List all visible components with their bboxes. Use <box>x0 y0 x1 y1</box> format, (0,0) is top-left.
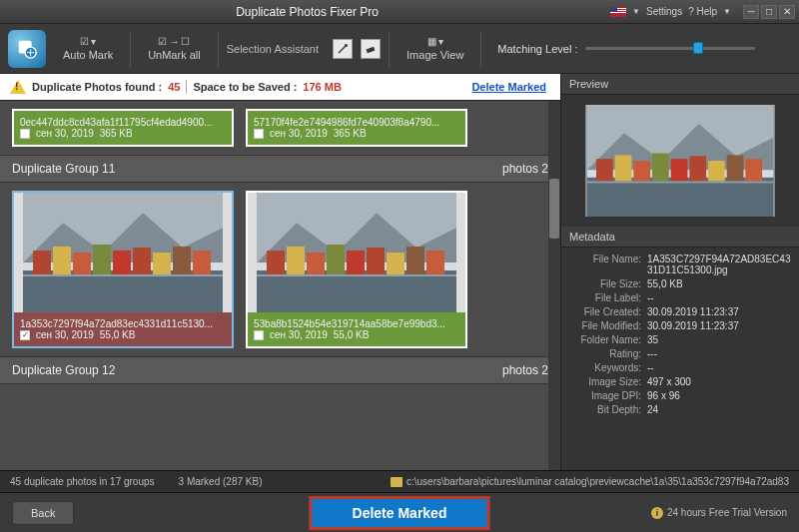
card-checkbox[interactable] <box>254 330 264 340</box>
eraser-icon[interactable] <box>361 39 381 59</box>
card-info-strip: 0ec447ddc8cd43afa1f11795cf4edad4900...се… <box>14 111 232 145</box>
meta-value: 497 x 300 <box>647 376 793 387</box>
meta-row: File Name:1A353C7297F94A72AD83EC4331D11C… <box>567 252 793 276</box>
metadata-header: Metadata <box>561 227 799 248</box>
meta-row: File Size:55,0 KB <box>567 276 793 290</box>
delete-marked-link[interactable]: Delete Marked <box>471 81 546 93</box>
photo-card[interactable]: 53ba8b1524b54e319714aa58be7e99bd3...сен … <box>246 191 467 348</box>
close-button[interactable]: ✕ <box>779 5 795 19</box>
svg-rect-16 <box>367 46 376 52</box>
meta-value: -- <box>647 292 793 303</box>
scrollbar[interactable] <box>548 101 560 470</box>
app-logo-icon <box>8 30 46 68</box>
meta-key: Image Size: <box>567 376 647 387</box>
image-view-label: Image View <box>406 49 463 61</box>
checkbox-empty-icon: ☐ <box>181 36 190 47</box>
photo-thumbnail[interactable] <box>248 193 465 312</box>
trial-label: 24 hours Free Trial Version <box>667 507 787 518</box>
separator <box>480 31 481 67</box>
meta-value: 24 <box>647 404 793 415</box>
back-button[interactable]: Back <box>12 501 74 525</box>
meta-key: Bit Depth: <box>567 404 647 415</box>
meta-value: --- <box>647 348 793 359</box>
card-date: сен 30, 2019 <box>36 329 94 340</box>
delete-marked-button[interactable]: Delete Marked <box>310 496 490 530</box>
meta-value: 96 x 96 <box>647 390 793 401</box>
settings-link[interactable]: Settings <box>646 6 682 17</box>
meta-key: File Name: <box>567 254 647 275</box>
status-marked: 3 Marked (287 KB) <box>179 476 263 487</box>
separator <box>218 31 219 67</box>
tools-icon[interactable] <box>333 39 353 59</box>
warning-icon <box>10 80 26 94</box>
card-info-strip: 1a353c7297f94a72ad83ec4331d11c5130...✓се… <box>14 312 232 346</box>
preview-image <box>585 105 775 217</box>
minimize-button[interactable]: ─ <box>743 5 759 19</box>
photo-card[interactable]: 0ec447ddc8cd43afa1f11795cf4edad4900...се… <box>12 109 234 147</box>
group-row: 1a353c7297f94a72ad83ec4331d11c5130...✓се… <box>0 183 560 356</box>
card-info-strip: 57170f4fe2e7494986fd7e40903f8a4790...сен… <box>248 111 465 145</box>
card-size: 365 KB <box>334 128 367 139</box>
preview-header: Preview <box>561 74 799 95</box>
action-bar: Back Delete Marked i24 hours Free Trial … <box>0 492 799 532</box>
meta-key: Keywords: <box>567 362 647 373</box>
meta-row: Bit Depth:24 <box>567 402 793 416</box>
separator <box>186 80 187 94</box>
scroll-thumb[interactable] <box>549 179 559 239</box>
group-header[interactable]: Duplicate Group 11photos 2 <box>0 155 560 183</box>
card-filename: 1a353c7297f94a72ad83ec4331d11c5130... <box>20 318 226 329</box>
flag-icon[interactable] <box>610 7 626 17</box>
card-checkbox[interactable] <box>254 129 264 139</box>
meta-value: 55,0 KB <box>647 278 793 289</box>
auto-mark-button[interactable]: ☑▾ Auto Mark <box>54 31 122 66</box>
meta-value: 1A353C7297F94A72AD83EC4331D11C51300.jpg <box>647 254 793 275</box>
meta-key: File Size: <box>567 278 647 289</box>
chevron-down-icon[interactable]: ▼ <box>723 7 731 16</box>
auto-mark-label: Auto Mark <box>63 49 113 61</box>
checkbox-checked-icon: ☑ <box>80 36 89 47</box>
photo-thumbnail[interactable] <box>14 193 232 312</box>
card-size: 55,0 KB <box>334 329 370 340</box>
group-header[interactable]: Duplicate Group 12photos 2 <box>0 356 560 384</box>
meta-value: 30.09.2019 11:23:37 <box>647 320 793 331</box>
matching-level-slider[interactable] <box>585 47 755 50</box>
found-label: Duplicate Photos found : <box>32 81 162 93</box>
maximize-button[interactable]: □ <box>761 5 777 19</box>
card-checkbox[interactable] <box>20 129 30 139</box>
group-row: 0ec447ddc8cd43afa1f11795cf4edad4900...се… <box>0 101 560 155</box>
image-view-button[interactable]: ▦▾ Image View <box>398 31 472 66</box>
info-icon: i <box>651 507 663 519</box>
groups-list: 0ec447ddc8cd43afa1f11795cf4edad4900...се… <box>0 101 560 470</box>
chevron-down-icon[interactable]: ▼ <box>632 7 640 16</box>
card-filename: 0ec447ddc8cd43afa1f11795cf4edad4900... <box>20 117 226 128</box>
photo-card[interactable]: 57170f4fe2e7494986fd7e40903f8a4790...сен… <box>246 109 467 147</box>
meta-key: File Modified: <box>567 320 647 331</box>
meta-value: 30.09.2019 11:23:37 <box>647 306 793 317</box>
unmark-all-button[interactable]: ☑→☐ UnMark all <box>139 31 210 66</box>
meta-row: Folder Name:35 <box>567 332 793 346</box>
card-size: 365 KB <box>100 128 133 139</box>
meta-key: Rating: <box>567 348 647 359</box>
meta-row: Image Size:497 x 300 <box>567 374 793 388</box>
title-bar: Duplicate Photos Fixer Pro ▼ Settings ? … <box>0 0 799 24</box>
checkbox-checked-icon: ☑ <box>158 36 167 47</box>
separator <box>389 31 390 67</box>
photo-card[interactable]: 1a353c7297f94a72ad83ec4331d11c5130...✓се… <box>12 191 234 348</box>
group-count: photos 2 <box>502 162 548 176</box>
group-title: Duplicate Group 12 <box>12 363 115 377</box>
card-date: сен 30, 2019 <box>36 128 94 139</box>
meta-value: 35 <box>647 334 793 345</box>
toolbar: ☑▾ Auto Mark ☑→☐ UnMark all Selection As… <box>0 24 799 74</box>
card-checkbox[interactable]: ✓ <box>20 330 30 340</box>
window-title: Duplicate Photos Fixer Pro <box>4 5 610 19</box>
meta-row: Keywords:-- <box>567 360 793 374</box>
meta-key: Image DPI: <box>567 390 647 401</box>
summary-bar: Duplicate Photos found : 45 Space to be … <box>0 74 560 101</box>
meta-row: File Created:30.09.2019 11:23:37 <box>567 304 793 318</box>
space-value: 176 MB <box>303 81 342 93</box>
status-summary: 45 duplicate photos in 17 groups <box>10 476 155 487</box>
selection-assistant-label: Selection Assistant <box>227 43 319 55</box>
help-link[interactable]: ? Help <box>688 6 717 17</box>
slider-thumb[interactable] <box>693 42 703 54</box>
space-label: Space to be Saved : <box>193 81 297 93</box>
